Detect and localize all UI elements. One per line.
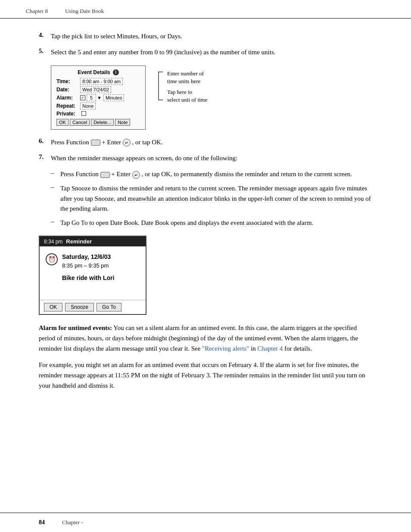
step-7-number: 7. (39, 153, 51, 161)
step-4: 4. Tap the pick list to select Minutes, … (39, 31, 372, 41)
receiving-alerts-link[interactable]: "Receiving alerts" (202, 345, 249, 352)
enter-key-icon: ↵ (123, 139, 131, 146)
reminder-title: Reminder (66, 238, 92, 245)
reminder-body: ⏰ Saturday, 12/6/03 8:35 pm – 9:35 pm Bi… (40, 246, 146, 287)
alarm-num: 5 (87, 94, 96, 101)
reminder-event-info: Saturday, 12/6/03 8:35 pm – 9:35 pm Bike… (62, 252, 114, 283)
reminder-footer: OK Snooze Go To (40, 300, 146, 314)
reminder-goto-button[interactable]: Go To (97, 303, 121, 311)
event-buttons-row: OK Cancel Delete... Note (56, 119, 140, 126)
time-row: Time: 8:00 am - 9:00 am (56, 78, 140, 85)
alarm-checkbox: ✓ (80, 95, 85, 100)
page-number: 84 (39, 519, 45, 526)
enter-key-icon-2: ↵ (132, 171, 140, 179)
reminder-box: 8:34 pm Reminder ⏰ Saturday, 12/6/03 8:3… (39, 236, 146, 315)
sub-step-1: – Press Function + Enter ↵ , or tap OK, … (51, 169, 372, 179)
reminder-snooze-button[interactable]: Snooze (65, 303, 94, 311)
page-header: Chapter 8 Using Date Book (0, 0, 411, 19)
annotation-texts: Enter number of time units here Tap here… (167, 70, 208, 104)
function-key-icon-2 (100, 172, 110, 178)
sub-step-1-text: Press Function + Enter ↵ , or tap OK, to… (60, 169, 352, 179)
date-label: Date: (56, 87, 80, 93)
date-row: Date: Wed 7/24/02 (56, 86, 140, 93)
annotation-1: Enter number of time units here (167, 70, 208, 85)
alarm-label: Alarm: (56, 95, 80, 101)
bracket-svg (156, 70, 164, 104)
step-6: 6. Press Function + Enter ↵ , or tap OK. (39, 137, 372, 147)
step-5: 5. Select the 5 and enter any number fro… (39, 47, 372, 57)
date-value: Wed 7/24/02 (80, 86, 111, 93)
example-paragraph: For example, you might set an alarm for … (39, 360, 372, 391)
repeat-row: Repeat: None (56, 103, 140, 109)
alarm-clock-icon: ⏰ (46, 253, 58, 265)
alarm-row: Alarm: ✓ 5 ▼ Minutes (56, 94, 140, 101)
private-row: Private: (56, 111, 140, 117)
event-details-title: Event Details i (56, 69, 140, 75)
reminder-time-range: 8:35 pm – 9:35 pm (62, 261, 114, 270)
alarm-unit: Minutes (103, 94, 125, 101)
time-value: 8:00 am - 9:00 am (80, 78, 123, 85)
chapter-label: Chapter 8 (26, 8, 48, 15)
dash-1: – (51, 169, 60, 177)
ok-button[interactable]: OK (56, 119, 68, 126)
step-4-text: Tap the pick list to select Minutes, Hou… (51, 31, 372, 41)
info-icon: i (113, 69, 119, 75)
note-button[interactable]: Note (115, 119, 130, 126)
step-5-number: 5. (39, 47, 51, 55)
section-label: Using Date Book (65, 8, 104, 15)
sub-steps: – Press Function + Enter ↵ , or tap OK, … (51, 169, 372, 228)
event-details-box: Event Details i Time: 8:00 am - 9:00 am … (51, 65, 146, 130)
step-6-number: 6. (39, 137, 51, 145)
chapter4-link[interactable]: Chapter 4 (258, 345, 283, 352)
footer-chapter: Chapter - (62, 519, 83, 526)
annotations: Enter number of time units here Tap here… (156, 65, 208, 104)
alarm-untimed-paragraph: Alarm for untimed events: You can set a … (39, 323, 372, 354)
main-content: 4. Tap the pick list to select Minutes, … (0, 19, 411, 431)
step-6-text: Press Function + Enter ↵ , or tap OK. (51, 137, 372, 147)
step-4-number: 4. (39, 31, 51, 39)
function-key-icon (91, 140, 100, 146)
reminder-spacer (40, 287, 146, 300)
step-5-text: Select the 5 and enter any number from 0… (51, 47, 372, 57)
private-checkbox (81, 111, 86, 116)
step-7-text: When the reminder message appears on scr… (51, 153, 372, 163)
reminder-section: 8:34 pm Reminder ⏰ Saturday, 12/6/03 8:3… (39, 236, 372, 315)
alarm-untimed-term: Alarm for untimed events: (39, 324, 112, 331)
event-details-section: Event Details i Time: 8:00 am - 9:00 am … (51, 65, 372, 130)
cancel-button[interactable]: Cancel (70, 119, 90, 126)
sub-step-3-text: Tap Go To to open Date Book. Date Book o… (60, 218, 313, 228)
reminder-event-title: Bike ride with Lori (62, 274, 114, 283)
repeat-value: None (80, 103, 96, 109)
sub-step-2-text: Tap Snooze to dismiss the reminder and r… (60, 184, 372, 214)
reminder-date: Saturday, 12/6/03 (62, 252, 114, 261)
reminder-ok-button[interactable]: OK (44, 303, 62, 311)
step-7: 7. When the reminder message appears on … (39, 153, 372, 163)
repeat-label: Repeat: (56, 103, 80, 109)
annotation-group: Enter number of time units here Tap here… (156, 70, 208, 104)
page-footer: 84 Chapter - (0, 513, 411, 532)
reminder-header: 8:34 pm Reminder (40, 236, 146, 246)
annotation-2: Tap here to select unit of time (167, 88, 208, 104)
reminder-time: 8:34 pm (44, 239, 62, 245)
sub-step-3: – Tap Go To to open Date Book. Date Book… (51, 218, 372, 228)
time-label: Time: (56, 78, 80, 84)
delete-button[interactable]: Delete... (91, 119, 114, 126)
dash-2: – (51, 184, 60, 191)
sub-step-2: – Tap Snooze to dismiss the reminder and… (51, 184, 372, 214)
alarm-arrow: ▼ (97, 95, 102, 100)
private-label: Private: (56, 111, 80, 117)
dash-3: – (51, 218, 60, 225)
